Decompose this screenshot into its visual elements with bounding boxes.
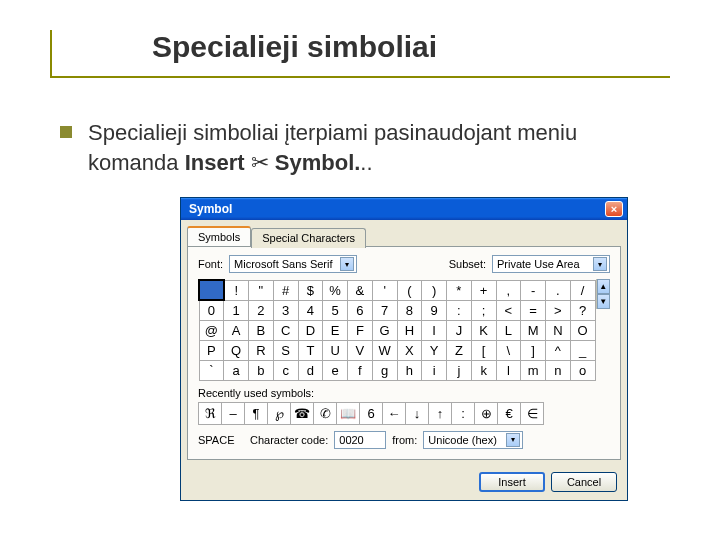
symbol-cell[interactable]: U [323,340,348,360]
symbol-cell[interactable]: Y [422,340,447,360]
symbol-cell[interactable]: ( [397,280,422,300]
symbol-cell[interactable]: * [447,280,472,300]
symbol-cell[interactable]: J [447,320,472,340]
grid-scrollbar[interactable]: ▲ ▼ [596,279,611,309]
symbol-cell[interactable]: 7 [372,300,397,320]
symbol-cell[interactable]: # [273,280,298,300]
symbol-cell[interactable]: > [546,300,571,320]
symbol-cell[interactable]: 4 [298,300,323,320]
symbol-cell[interactable]: C [273,320,298,340]
symbol-cell[interactable]: B [249,320,274,340]
recent-symbol-cell[interactable]: – [222,402,245,424]
tab-special-characters[interactable]: Special Characters [251,228,366,248]
symbol-cell[interactable]: & [348,280,373,300]
recent-symbol-cell[interactable]: € [498,402,521,424]
symbol-cell[interactable]: ^ [546,340,571,360]
symbol-cell[interactable]: l [496,360,521,380]
symbol-cell[interactable]: K [471,320,496,340]
symbol-cell[interactable]: ; [471,300,496,320]
symbol-cell[interactable]: E [323,320,348,340]
symbol-cell[interactable]: " [249,280,274,300]
recent-symbol-cell[interactable]: ∈ [521,402,544,424]
from-combo[interactable]: Unicode (hex) ▾ [423,431,523,449]
charcode-input[interactable] [334,431,386,449]
recent-symbol-cell[interactable]: ℜ [199,402,222,424]
symbol-cell[interactable]: @ [199,320,224,340]
recent-symbol-cell[interactable]: 6 [360,402,383,424]
symbol-cell[interactable]: I [422,320,447,340]
symbol-cell[interactable]: 8 [397,300,422,320]
symbol-cell[interactable]: e [323,360,348,380]
symbol-cell[interactable]: . [546,280,571,300]
symbol-cell[interactable]: P [199,340,224,360]
symbol-cell[interactable]: - [521,280,546,300]
symbol-cell[interactable]: _ [570,340,595,360]
symbol-cell[interactable]: [ [471,340,496,360]
recent-symbol-cell[interactable]: ↑ [429,402,452,424]
symbol-cell[interactable]: O [570,320,595,340]
symbol-cell[interactable]: D [298,320,323,340]
symbol-cell[interactable]: o [570,360,595,380]
tab-symbols[interactable]: Symbols [187,226,251,246]
symbol-cell[interactable]: d [298,360,323,380]
close-button[interactable]: × [605,201,623,217]
symbol-cell[interactable]: R [249,340,274,360]
symbol-cell[interactable]: L [496,320,521,340]
symbol-cell[interactable]: A [224,320,249,340]
symbol-cell[interactable]: T [298,340,323,360]
symbol-cell[interactable]: i [422,360,447,380]
symbol-cell[interactable]: H [397,320,422,340]
symbol-cell[interactable]: V [348,340,373,360]
symbol-cell[interactable]: c [273,360,298,380]
recent-symbol-cell[interactable]: ℘ [268,402,291,424]
symbol-cell[interactable]: ? [570,300,595,320]
symbol-cell[interactable]: a [224,360,249,380]
recent-symbol-cell[interactable]: ⊕ [475,402,498,424]
symbol-cell[interactable]: ' [372,280,397,300]
symbol-cell[interactable]: F [348,320,373,340]
symbol-cell[interactable]: 9 [422,300,447,320]
recent-symbol-cell[interactable]: ☎ [291,402,314,424]
symbol-cell[interactable]: G [372,320,397,340]
symbol-cell[interactable]: $ [298,280,323,300]
recent-symbol-cell[interactable]: 📖 [337,402,360,424]
scroll-down-button[interactable]: ▼ [597,294,611,309]
symbol-cell[interactable]: , [496,280,521,300]
symbol-cell[interactable]: 1 [224,300,249,320]
recent-symbol-cell[interactable]: ← [383,402,406,424]
symbol-cell[interactable]: h [397,360,422,380]
symbol-cell[interactable]: < [496,300,521,320]
symbol-cell[interactable]: j [447,360,472,380]
symbol-cell[interactable]: ] [521,340,546,360]
symbol-cell[interactable]: f [348,360,373,380]
symbol-cell[interactable]: n [546,360,571,380]
title-bar[interactable]: Symbol × [181,198,627,220]
symbol-cell[interactable]: S [273,340,298,360]
symbol-cell[interactable]: ! [224,280,249,300]
symbol-cell[interactable]: 6 [348,300,373,320]
symbol-cell[interactable]: 0 [199,300,224,320]
recent-symbol-cell[interactable]: ¶ [245,402,268,424]
symbol-cell[interactable]: ` [199,360,224,380]
symbol-cell[interactable]: X [397,340,422,360]
subset-combo[interactable]: Private Use Area ▾ [492,255,610,273]
symbol-cell[interactable]: % [323,280,348,300]
scroll-up-button[interactable]: ▲ [597,279,611,294]
symbol-cell[interactable]: M [521,320,546,340]
cancel-button[interactable]: Cancel [551,472,617,492]
recent-symbol-cell[interactable]: : [452,402,475,424]
symbol-cell[interactable]: b [249,360,274,380]
symbol-cell[interactable]: m [521,360,546,380]
symbol-cell[interactable] [199,280,224,300]
symbol-cell[interactable]: 2 [249,300,274,320]
insert-button[interactable]: Insert [479,472,545,492]
recent-symbol-cell[interactable]: ↓ [406,402,429,424]
symbol-cell[interactable]: Z [447,340,472,360]
symbol-cell[interactable]: ) [422,280,447,300]
recent-symbol-cell[interactable]: ✆ [314,402,337,424]
symbol-cell[interactable]: W [372,340,397,360]
font-combo[interactable]: Microsoft Sans Serif ▾ [229,255,357,273]
symbol-cell[interactable]: = [521,300,546,320]
symbol-cell[interactable]: 3 [273,300,298,320]
symbol-cell[interactable]: N [546,320,571,340]
